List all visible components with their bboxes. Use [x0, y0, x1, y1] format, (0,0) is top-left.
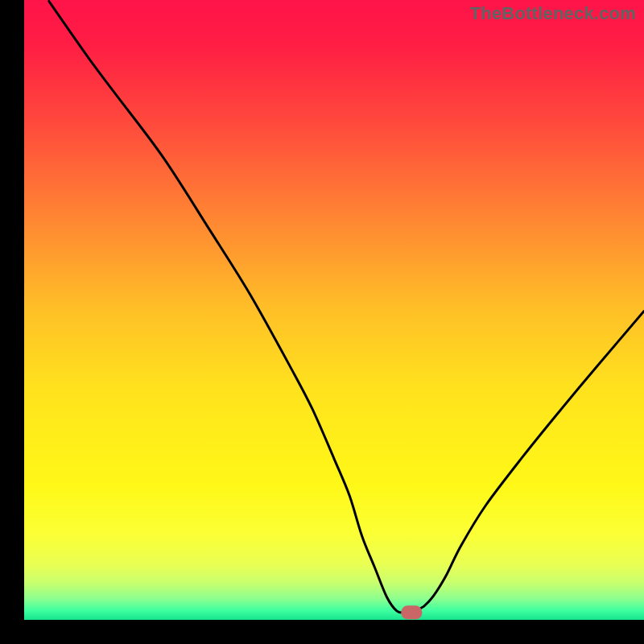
watermark-text: TheBottleneck.com — [470, 3, 636, 24]
chart-frame: TheBottleneck.com — [0, 0, 644, 644]
chart-canvas — [0, 0, 644, 644]
gradient-background — [24, 0, 644, 620]
optimum-marker — [401, 605, 422, 619]
